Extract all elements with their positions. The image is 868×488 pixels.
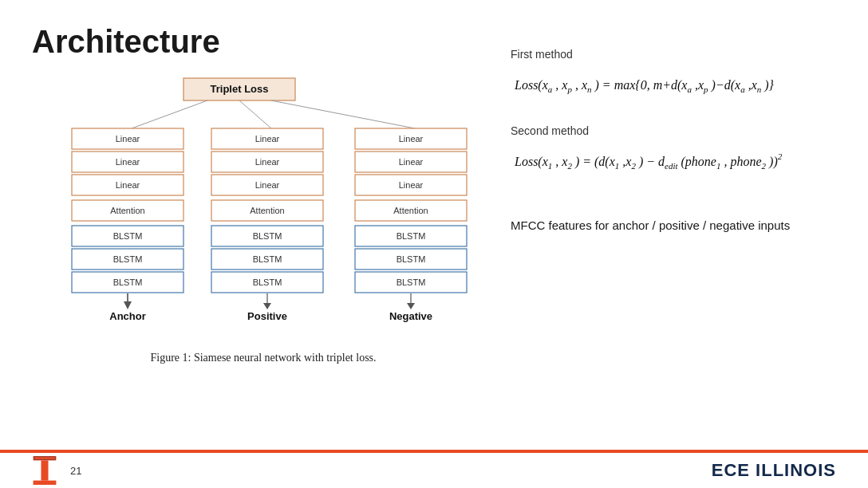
svg-marker-37 (263, 303, 271, 309)
page-number: 21 (70, 465, 81, 477)
svg-text:BLSTM: BLSTM (113, 231, 143, 241)
svg-text:Linear: Linear (399, 134, 424, 144)
page-title: Architecture (32, 24, 495, 60)
second-formula-svg: Loss(x1 , x2 ) = (d(x1 ,x2 ) − dedit (ph… (511, 145, 846, 179)
svg-text:BLSTM: BLSTM (113, 254, 143, 264)
svg-line-4 (271, 100, 415, 128)
svg-text:Linear: Linear (399, 157, 424, 167)
svg-text:Loss(x1
            , x2
     : Loss(x1 , x2 ) = (d(x1 ,x2 ) − dedit (ph… (514, 152, 783, 171)
svg-line-3 (239, 100, 271, 128)
svg-text:Linear: Linear (255, 134, 280, 144)
svg-marker-54 (407, 303, 415, 309)
svg-text:Linear: Linear (399, 180, 424, 190)
illinois-logo-icon (32, 456, 57, 485)
svg-line-2 (132, 100, 207, 128)
footer-logo: 21 (32, 456, 81, 485)
svg-text:Loss(xa
            , xp
     : Loss(xa , xp , xn ) = max{0, m+d(xa ,xp … (514, 78, 775, 94)
first-method-label: First method (511, 48, 846, 61)
slide-container: Architecture Triplet Loss (0, 0, 868, 488)
svg-text:BLSTM: BLSTM (397, 277, 426, 287)
svg-text:BLSTM: BLSTM (253, 254, 282, 264)
svg-text:Linear: Linear (255, 180, 280, 190)
second-method-label: Second method (511, 124, 846, 137)
mfcc-description: MFCC features for anchor / positive / ne… (511, 217, 846, 235)
left-panel: Architecture Triplet Loss (32, 24, 495, 442)
svg-text:BLSTM: BLSTM (397, 254, 426, 264)
footer: 21 ECE ILLINOIS (0, 450, 868, 488)
svg-text:BLSTM: BLSTM (253, 231, 282, 241)
svg-text:Anchor: Anchor (109, 310, 146, 322)
first-formula-svg: Loss(xa , xp , xn ) = max{0, m+d(xa ,xp … (511, 69, 846, 99)
svg-rect-61 (41, 460, 49, 480)
svg-text:BLSTM: BLSTM (397, 231, 426, 241)
svg-marker-57 (124, 301, 132, 309)
main-content: Architecture Triplet Loss (0, 0, 868, 450)
svg-text:Linear: Linear (116, 134, 140, 144)
svg-rect-62 (34, 481, 57, 485)
svg-text:Linear: Linear (255, 157, 280, 167)
footer-brand: ECE ILLINOIS (712, 460, 836, 481)
svg-text:Attention: Attention (393, 206, 428, 215)
svg-text:Linear: Linear (116, 180, 140, 190)
right-panel: First method Loss(xa , xp , xn ) = max{0… (495, 24, 846, 442)
nn-diagram: Triplet Loss Linear Lin (48, 74, 479, 345)
first-formula: Loss(xa , xp , xn ) = max{0, m+d(xa ,xp … (511, 69, 846, 102)
svg-text:Linear: Linear (116, 157, 140, 167)
svg-text:Positive: Positive (247, 310, 287, 322)
diagram-area: Triplet Loss Linear Lin (32, 74, 495, 442)
svg-text:BLSTM: BLSTM (253, 277, 282, 287)
second-formula: Loss(x1 , x2 ) = (d(x1 ,x2 ) − dedit (ph… (511, 145, 846, 182)
svg-text:Attention: Attention (250, 206, 284, 215)
svg-text:Negative: Negative (389, 310, 432, 322)
figure-caption: Figure 1: Siamese neural network with tr… (150, 352, 376, 364)
svg-text:Attention: Attention (110, 206, 144, 215)
svg-text:BLSTM: BLSTM (113, 277, 143, 287)
svg-text:Triplet Loss: Triplet Loss (211, 83, 269, 95)
